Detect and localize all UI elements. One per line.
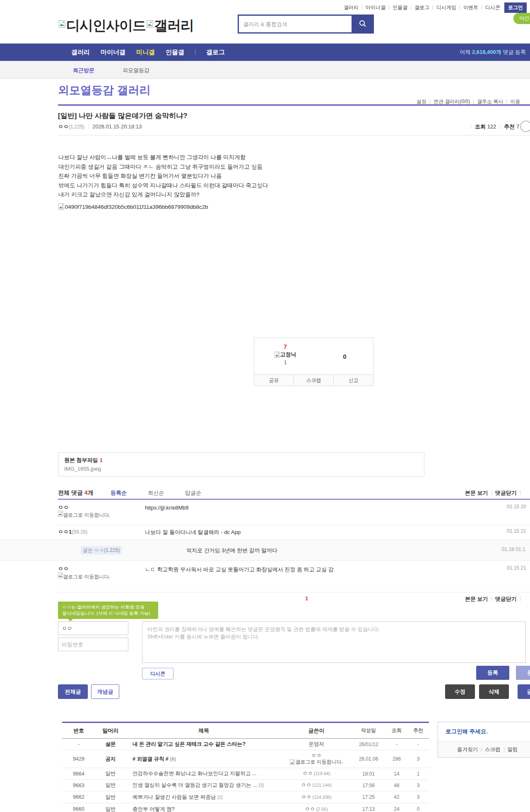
search-input[interactable] — [238, 15, 352, 34]
post-views: - — [386, 742, 407, 747]
nav-item-person[interactable]: 인물갤 — [166, 48, 184, 56]
fixed-nick-count: 1 — [254, 360, 316, 365]
topbar-link-gallery[interactable]: 갤러리 — [344, 5, 359, 10]
dccon-button[interactable]: 디시콘 — [142, 668, 173, 679]
post-actions: 공유 스크랩 신고 — [254, 375, 373, 386]
nav-item-minor[interactable]: 마이너갤 — [101, 48, 125, 56]
close-comments-link[interactable]: 댓글닫기 — [495, 490, 517, 496]
gallog-broken-image[interactable]: 갤로그로 이동합니다. — [290, 759, 343, 765]
post-no: 9662 — [62, 794, 95, 800]
post-author: ㅇㅇ 갤로그로 이동합니다. — [282, 753, 351, 765]
comment-submit-button[interactable]: 등록 — [476, 666, 509, 680]
broken-image-icon — [147, 20, 153, 28]
all-posts-button[interactable]: 전체글 — [58, 684, 88, 699]
related-galleries-link[interactable]: 연관 갤러리(0/0) — [434, 99, 470, 104]
divider — [362, 5, 362, 10]
post-category: 일반 — [95, 770, 126, 777]
post-link[interactable]: # 외열갤 규칙 # — [132, 756, 169, 762]
post-author: ㅇㅇ — [58, 123, 69, 130]
view-post-link[interactable]: 본문 보기 — [465, 596, 488, 602]
comment-reply-row: 글쓴 ㅇㅇ(1.225) 억지로 간거임 3년에 한번 갈까 말까다 01.16… — [0, 539, 530, 561]
sort-replies[interactable]: 답글순 — [185, 489, 201, 497]
divider — [430, 99, 430, 104]
comment-password-input[interactable] — [58, 638, 128, 651]
table-header-row: 번호 말머리 제목 글쓴이 작성일 조회 추천 — [62, 723, 429, 739]
comment-submit-button-secondary[interactable]: 등록 — [516, 666, 530, 680]
comment-page-1[interactable]: 1 — [305, 595, 308, 602]
nav-item-gallery[interactable]: 갤러리 — [71, 48, 90, 56]
share-button[interactable]: 공유 — [254, 375, 294, 386]
post-category: 공지 — [95, 756, 126, 763]
post-author-ip: (2.56) — [316, 807, 328, 812]
gallog-broken-image[interactable]: 갤로그로 이동합니다. — [58, 511, 111, 518]
post-link[interactable]: 인생 열심히 살수록 더 열등감 생기고 절망감 생기는 ... — [132, 782, 257, 788]
nickname-tooltip: ㅇㅇ는 갤러리에서 권장하는 비회원 전용 갤닉네임입니다. (삭제 시 닉네임… — [58, 602, 158, 619]
report-button[interactable]: 신고 — [333, 375, 373, 386]
comment-author[interactable]: ㅇㅇ — [58, 565, 69, 573]
scrap-button[interactable]: 스크랩 — [294, 375, 333, 386]
night-mode-button[interactable]: 야간 모드 — [513, 13, 530, 24]
concept-posts-button[interactable]: 개념글 — [91, 684, 119, 699]
close-comments-link[interactable]: 댓글닫기 — [495, 596, 517, 602]
post-author-ip: (121.144) — [312, 783, 332, 788]
usage-guide-link[interactable]: 이용 — [510, 99, 520, 104]
recent-visit-link[interactable]: 최근방문 — [73, 67, 94, 74]
nav-item-mini[interactable]: 미니갤 — [136, 48, 155, 56]
write-post-button[interactable]: 글쓰기 — [518, 684, 530, 699]
post-author-ip: (114.206) — [312, 795, 331, 800]
divider — [195, 49, 195, 55]
comment-nickname-input[interactable] — [58, 621, 128, 635]
post-no: 9663 — [62, 783, 95, 788]
attachment-filename[interactable]: IMG_1655.jpeg — [64, 466, 418, 472]
comment-text: 나보다 잘 돌아다니네 탈갤해라 - dc App — [145, 529, 241, 536]
gallery-title[interactable]: 외모열등감 갤러리 — [58, 83, 151, 98]
sort-registered[interactable]: 등록순 — [111, 489, 127, 497]
topbar-link-minor[interactable]: 마이너갤 — [366, 5, 385, 10]
sort-newest[interactable]: 최신순 — [148, 489, 164, 497]
comment-author[interactable]: ㅇㅇ — [58, 504, 69, 511]
notification-link[interactable]: 알림 — [508, 746, 518, 753]
topbar-link-dcgame[interactable]: 디시게임 — [436, 5, 456, 10]
post-meta: ㅇㅇ(1.225)2026.01.15 20:18:13 — [58, 123, 142, 130]
scrap-link[interactable]: 스크랩 — [485, 746, 501, 753]
comment-textarea[interactable] — [142, 621, 526, 663]
gallog-broken-image[interactable]: 갤로그로 이동합니다. — [58, 573, 111, 580]
topbar-link-person[interactable]: 인물갤 — [393, 5, 407, 10]
top-utility-bar: 갤러리마이너갤인물갤갤로그디시게임이벤트디시콘로그인 — [0, 2, 527, 13]
recommend-count: 7 — [254, 343, 316, 350]
login-button[interactable]: 로그인 — [504, 2, 527, 13]
comment-time: 01.15 21 — [507, 565, 526, 571]
post-link[interactable]: 안검하수수술전엔 화났냐고 화나보인다고 지랄하고 ... — [132, 771, 256, 776]
post-likes: 0 — [407, 806, 429, 812]
gallery-settings-link[interactable]: 설정 — [417, 99, 426, 104]
topbar-link-event[interactable]: 이벤트 — [463, 5, 478, 10]
post-link[interactable]: 예쁘거나 잘생긴 사람들 보면 짜증남 — [132, 794, 216, 800]
more-options-icon[interactable] — [520, 121, 530, 132]
divider — [506, 99, 507, 104]
delete-button[interactable]: 삭제 — [479, 684, 509, 699]
comment-controls: 본문 보기댓글닫기 — [465, 489, 524, 497]
site-logo[interactable]: 디시인사이드 갤러리 — [58, 17, 194, 35]
divider — [520, 491, 520, 495]
post-no: - — [62, 742, 95, 747]
divider — [500, 124, 500, 129]
post-link[interactable]: 내 돈 관리 맡기고 싶은 재테크 고수 같은 스타는? — [132, 741, 246, 747]
post-date: 26.01.06 — [351, 756, 386, 762]
nav-item-gallog[interactable]: 갤로그 — [206, 48, 225, 56]
search-bar — [238, 15, 374, 34]
favorites-link[interactable]: 즐겨찾기 — [457, 746, 478, 753]
search-button[interactable] — [352, 15, 374, 34]
post-author-ip: (1.225) — [69, 124, 84, 130]
post-link[interactable]: 중안부 어떻게 잼? — [132, 806, 174, 812]
divider — [411, 5, 411, 10]
breadcrumb-current-gallery[interactable]: 외모열등감 — [123, 67, 149, 74]
view-post-link[interactable]: 본문 보기 — [465, 490, 488, 496]
post-body-line: 진짜 가끔씩 너무 힘들면 화장실 변기칸 들어가서 몇분있다가 나옴 — [58, 172, 268, 181]
topbar-link-gallog[interactable]: 갤로그 — [414, 5, 429, 10]
divider — [58, 135, 530, 135]
topbar-link-dccon[interactable]: 디시콘 — [485, 5, 500, 10]
gallog-alt-text: 갤로그로 이동합니다. — [63, 512, 111, 518]
edit-button[interactable]: 수정 — [445, 684, 475, 699]
post-author: ㅇㅇ(121.144) — [282, 782, 351, 789]
copy-gallery-url-link[interactable]: 갤주소 복사 — [477, 99, 503, 104]
